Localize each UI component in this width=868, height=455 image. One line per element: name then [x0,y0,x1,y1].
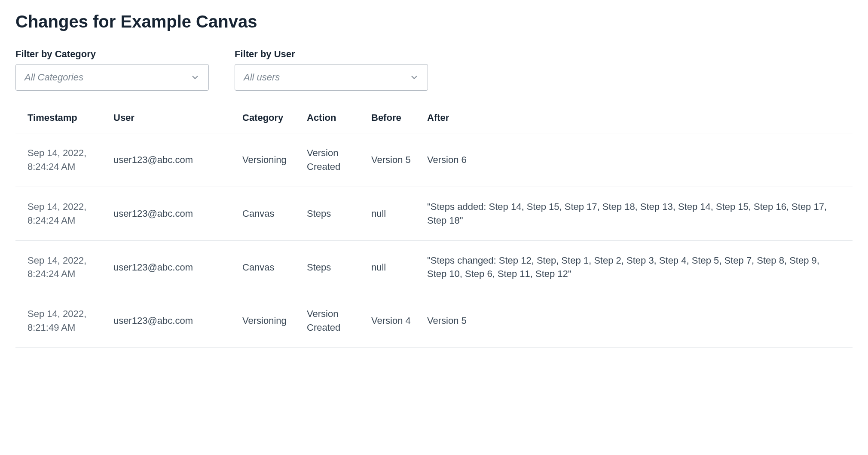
cell-timestamp: Sep 14, 2022, 8:24:24 AM [28,146,113,174]
cell-after: Version 5 [427,314,840,328]
changes-table: Timestamp User Category Action Before Af… [15,103,853,348]
filter-category-label: Filter by Category [15,49,209,60]
table-header: Timestamp User Category Action Before Af… [15,103,853,133]
table-row: Sep 14, 2022, 8:24:24 AMuser123@abc.comC… [15,187,853,241]
filter-user-group: Filter by User All users [235,49,428,91]
filter-bar: Filter by Category All Categories Filter… [15,49,853,91]
table-row: Sep 14, 2022, 8:24:24 AMuser123@abc.comV… [15,133,853,187]
cell-action: Version Created [307,307,371,335]
filter-user-label: Filter by User [235,49,428,60]
cell-user: user123@abc.com [113,207,242,221]
col-after: After [427,112,840,123]
col-category: Category [242,112,307,123]
cell-timestamp: Sep 14, 2022, 8:24:24 AM [28,254,113,281]
cell-before: null [371,261,427,274]
cell-after: "Steps added: Step 14, Step 15, Step 17,… [427,200,840,228]
col-action: Action [307,112,371,123]
table-row: Sep 14, 2022, 8:24:24 AMuser123@abc.comC… [15,241,853,295]
filter-category-value: All Categories [24,72,83,83]
cell-before: Version 5 [371,153,427,167]
cell-category: Canvas [242,207,307,221]
cell-user: user123@abc.com [113,314,242,328]
cell-user: user123@abc.com [113,153,242,167]
chevron-down-icon [190,73,200,82]
cell-after: Version 6 [427,153,840,167]
cell-category: Canvas [242,261,307,274]
col-timestamp: Timestamp [28,112,113,123]
cell-before: Version 4 [371,314,427,328]
filter-category-group: Filter by Category All Categories [15,49,209,91]
col-before: Before [371,112,427,123]
cell-category: Versioning [242,314,307,328]
table-row: Sep 14, 2022, 8:21:49 AMuser123@abc.comV… [15,294,853,348]
chevron-down-icon [410,73,419,82]
cell-timestamp: Sep 14, 2022, 8:24:24 AM [28,200,113,228]
cell-action: Version Created [307,146,371,174]
cell-action: Steps [307,261,371,274]
cell-before: null [371,207,427,221]
cell-category: Versioning [242,153,307,167]
filter-user-select[interactable]: All users [235,64,428,91]
col-user: User [113,112,242,123]
cell-action: Steps [307,207,371,221]
cell-after: "Steps changed: Step 12, Step, Step 1, S… [427,254,840,281]
filter-user-value: All users [244,72,280,83]
filter-category-select[interactable]: All Categories [15,64,209,91]
cell-user: user123@abc.com [113,261,242,274]
page-title: Changes for Example Canvas [15,12,853,31]
cell-timestamp: Sep 14, 2022, 8:21:49 AM [28,307,113,335]
